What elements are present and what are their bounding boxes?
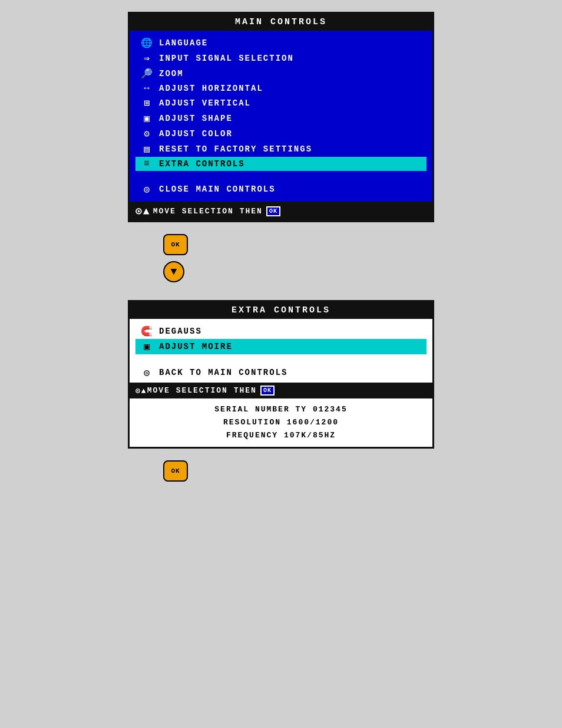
down-arrow-icon: ▼	[171, 266, 177, 278]
extra-close-section: ◎ BACK TO MAIN CONTROLS	[130, 363, 432, 383]
menu-item-reset-factory[interactable]: ▤ RESET TO FACTORY SETTINGS	[135, 141, 427, 157]
down-arrow-button[interactable]: ▼	[163, 261, 184, 282]
serial-number: SERIAL NUMBER TY 012345	[135, 403, 427, 416]
frequency: FREQUENCY 107K/85HZ	[135, 429, 427, 442]
main-bottom-text: MOVE SELECTION THEN	[153, 207, 263, 216]
main-close-section: ◎ CLOSE MAIN CONTROLS	[130, 179, 432, 202]
menu-item-extra-controls[interactable]: ≡ EXTRA CONTROLS	[135, 157, 427, 171]
menu-item-language[interactable]: 🌐 LANGUAGE	[135, 35, 427, 51]
close-main-controls-button[interactable]: ◎ CLOSE MAIN CONTROLS	[135, 182, 427, 197]
zoom-label: ZOOM	[159, 69, 424, 78]
menu-item-input-signal[interactable]: ⇒ INPUT SIGNAL SELECTION	[135, 51, 427, 66]
close-main-icon: ◎	[138, 183, 157, 195]
extra-menu-list: 🧲 DEGAUSS ▣ ADJUST MOIRE	[130, 319, 432, 359]
adjust-vertical-icon: ⊞	[138, 97, 157, 109]
degauss-label: DEGAUSS	[159, 327, 202, 336]
extra-controls-label: EXTRA CONTROLS	[159, 159, 424, 169]
adjust-moire-label: ADJUST MOIRE	[159, 342, 233, 351]
back-to-main-icon: ◎	[138, 367, 157, 378]
extra-controls-panel: EXTRA CONTROLS 🧲 DEGAUSS ▣ ADJUST MOIRE …	[128, 300, 434, 449]
menu-item-adjust-horizontal[interactable]: ↔ ADJUST HORIZONTAL	[135, 81, 427, 95]
zoom-icon: 🔎	[138, 68, 157, 80]
adjust-horizontal-label: ADJUST HORIZONTAL	[159, 84, 424, 93]
extra-ok-badge: OK	[260, 386, 275, 396]
bottom-ok-button[interactable]: OK	[163, 460, 188, 482]
input-signal-label: INPUT SIGNAL SELECTION	[159, 54, 424, 63]
extra-bottom-text: MOVE SELECTION THEN	[147, 386, 257, 395]
extra-move-icon: ⊙▲	[135, 386, 147, 396]
main-controls-panel: MAIN CONTROLS 🌐 LANGUAGE ⇒ INPUT SIGNAL …	[128, 12, 434, 222]
serial-info-section: SERIAL NUMBER TY 012345 RESOLUTION 1600/…	[130, 398, 432, 447]
menu-item-adjust-shape[interactable]: ▣ ADJUST SHAPE	[135, 111, 427, 126]
extra-controls-icon: ≡	[138, 159, 157, 169]
ok-float-button[interactable]: OK	[163, 234, 188, 255]
bottom-ok-float: OK	[128, 460, 434, 487]
menu-item-zoom[interactable]: 🔎 ZOOM	[135, 66, 427, 81]
bottom-ok-label: OK	[171, 467, 180, 475]
main-menu-list: 🌐 LANGUAGE ⇒ INPUT SIGNAL SELECTION 🔎 ZO…	[130, 31, 432, 176]
adjust-shape-label: ADJUST SHAPE	[159, 114, 424, 123]
back-to-main-label: BACK TO MAIN CONTROLS	[159, 368, 287, 377]
adjust-moire-icon: ▣	[138, 341, 157, 353]
adjust-shape-icon: ▣	[138, 113, 157, 124]
extra-controls-title: EXTRA CONTROLS	[130, 302, 432, 319]
language-icon: 🌐	[138, 37, 157, 49]
back-to-main-button[interactable]: ◎ BACK TO MAIN CONTROLS	[135, 365, 427, 380]
adjust-color-label: ADJUST COLOR	[159, 129, 424, 139]
menu-item-adjust-vertical[interactable]: ⊞ ADJUST VERTICAL	[135, 95, 427, 111]
main-bottom-bar: ⊙▲ MOVE SELECTION THEN OK	[130, 202, 432, 220]
input-signal-icon: ⇒	[138, 52, 157, 64]
menu-item-degauss[interactable]: 🧲 DEGAUSS	[135, 324, 427, 339]
float-icons-section: OK ▼	[128, 234, 434, 288]
resolution: RESOLUTION 1600/1200	[135, 416, 427, 429]
extra-bottom-bar: ⊙▲ MOVE SELECTION THEN OK	[130, 383, 432, 398]
language-label: LANGUAGE	[159, 38, 424, 48]
close-main-label: CLOSE MAIN CONTROLS	[159, 185, 276, 194]
adjust-horizontal-icon: ↔	[138, 83, 157, 94]
main-ok-badge: OK	[266, 206, 280, 216]
adjust-vertical-label: ADJUST VERTICAL	[159, 98, 424, 108]
reset-factory-icon: ▤	[138, 143, 157, 155]
main-controls-title: MAIN CONTROLS	[130, 14, 432, 31]
menu-item-adjust-color[interactable]: ⚙ ADJUST COLOR	[135, 126, 427, 141]
move-selection-icon: ⊙▲	[135, 205, 151, 218]
reset-factory-label: RESET TO FACTORY SETTINGS	[159, 144, 424, 154]
degauss-icon: 🧲	[138, 325, 157, 337]
adjust-color-icon: ⚙	[138, 128, 157, 140]
ok-float-label: OK	[171, 241, 180, 248]
menu-item-adjust-moire[interactable]: ▣ ADJUST MOIRE	[135, 339, 427, 354]
